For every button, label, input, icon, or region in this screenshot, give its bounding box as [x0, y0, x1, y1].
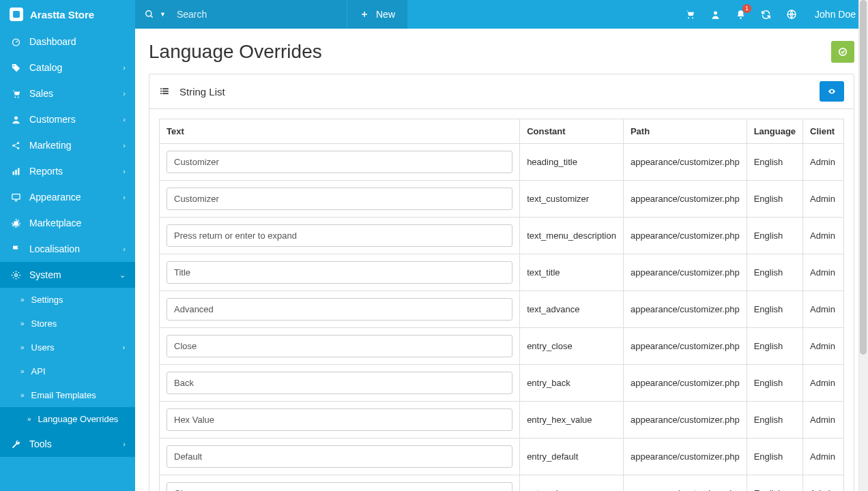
- username[interactable]: John Doe: [815, 9, 856, 20]
- cell-language: English: [747, 181, 802, 218]
- table-row: entry_default appearance/customizer.php …: [160, 438, 844, 475]
- sidebar-item-catalog[interactable]: Catalog›: [0, 55, 135, 80]
- subitem-label: Stores: [31, 318, 57, 329]
- th-client: Client: [803, 119, 844, 144]
- search-icon[interactable]: [145, 10, 154, 19]
- text-input[interactable]: [167, 188, 512, 210]
- cell-constant: heading_title: [520, 144, 624, 181]
- svg-rect-22: [160, 88, 162, 89]
- overrides-table: Text Constant Path Language Client headi…: [159, 119, 844, 491]
- search-dropdown-caret-icon[interactable]: ▼: [160, 11, 166, 18]
- sidebar-item-label: Tools: [29, 438, 52, 449]
- sidebar-item-system[interactable]: System⌄: [0, 262, 135, 288]
- tags-icon: [10, 63, 21, 73]
- sidebar-item-label: Customers: [29, 114, 76, 125]
- svg-line-15: [151, 16, 153, 18]
- svg-point-19: [740, 17, 742, 19]
- svg-rect-8: [12, 171, 14, 175]
- svg-point-5: [12, 144, 14, 146]
- sidebar: Arastta Store DashboardCatalog›Sales›Cus…: [0, 0, 135, 491]
- subitem-settings[interactable]: »Settings: [0, 288, 135, 312]
- svg-point-17: [692, 17, 693, 18]
- th-constant: Constant: [520, 119, 624, 144]
- chevron-right-icon: ›: [123, 193, 126, 201]
- notifications-icon[interactable]: 1: [736, 10, 746, 20]
- chevron-right-icon: ›: [123, 141, 126, 149]
- chevron-right-icon: ›: [123, 440, 126, 448]
- cell-client: Admin: [803, 402, 844, 438]
- panel-header: String List: [149, 74, 854, 109]
- text-input[interactable]: [167, 298, 512, 321]
- subitem-language-overrides[interactable]: »Language Overrides: [0, 407, 135, 431]
- svg-rect-26: [160, 93, 162, 94]
- chevron-right-icon: ›: [123, 63, 126, 72]
- new-button[interactable]: ＋ New: [347, 0, 407, 29]
- cell-path: appearance/customizer.php: [623, 328, 747, 365]
- text-input[interactable]: [167, 408, 512, 431]
- svg-point-1: [13, 65, 14, 66]
- text-input[interactable]: [167, 335, 512, 357]
- cell-constant: entry_hex_value: [520, 402, 624, 438]
- sidebar-item-label: Marketplace: [29, 218, 81, 228]
- refresh-icon[interactable]: [761, 10, 771, 20]
- globe-icon[interactable]: [786, 9, 797, 20]
- svg-rect-25: [162, 91, 169, 92]
- cell-client: Admin: [803, 144, 844, 181]
- subitem-email-templates[interactable]: »Email Templates: [0, 383, 135, 407]
- table-row: text_customizer appearance/customizer.ph…: [160, 181, 844, 218]
- system-submenu: »Settings»Stores»Users›»API»Email Templa…: [0, 288, 135, 431]
- sidebar-item-appearance[interactable]: Appearance›: [0, 184, 135, 210]
- flag-icon: [10, 244, 21, 254]
- sidebar-item-label: Reports: [29, 166, 63, 177]
- text-input[interactable]: [167, 482, 512, 491]
- subitem-label: Email Templates: [31, 390, 96, 400]
- sidebar-item-sales[interactable]: Sales›: [0, 80, 135, 106]
- cell-constant: entry_default: [520, 438, 624, 475]
- text-input[interactable]: [167, 261, 512, 284]
- svg-point-18: [714, 11, 717, 14]
- cell-language: English: [747, 475, 802, 492]
- text-input[interactable]: [167, 224, 512, 247]
- subitem-users[interactable]: »Users›: [0, 336, 135, 359]
- svg-point-14: [146, 11, 151, 16]
- table-row: entry_hex_value appearance/customizer.ph…: [160, 402, 844, 438]
- table-row: entry_close appearance/customizer.php En…: [160, 328, 844, 365]
- wrench-icon: [10, 439, 21, 449]
- cell-language: English: [747, 402, 802, 438]
- chevron-right-icon: ›: [123, 115, 126, 123]
- desktop-icon: [10, 192, 21, 203]
- sidebar-item-dashboard[interactable]: Dashboard: [0, 29, 135, 55]
- cell-language: English: [747, 328, 802, 365]
- chevron-right-icon: ›: [123, 344, 125, 351]
- share-icon: [10, 140, 21, 151]
- cell-path: appearance/customizer.php: [623, 365, 747, 402]
- text-input[interactable]: [167, 372, 512, 394]
- cell-language: English: [747, 291, 802, 328]
- cell-path: appearance/customizer.php: [623, 218, 747, 254]
- chevron-down-icon: ⌄: [119, 271, 126, 280]
- subitem-api[interactable]: »API: [0, 359, 135, 383]
- sidebar-item-reports[interactable]: Reports›: [0, 158, 135, 184]
- cell-constant: entry_clear: [520, 475, 624, 492]
- double-chevron-icon: »: [27, 415, 31, 423]
- subitem-stores[interactable]: »Stores: [0, 312, 135, 336]
- sidebar-item-customers[interactable]: Customers›: [0, 106, 135, 132]
- view-toggle-button[interactable]: [820, 81, 844, 102]
- string-list-panel: String List Text Constant Path La: [149, 74, 854, 491]
- text-input[interactable]: [167, 445, 512, 468]
- user-icon[interactable]: [710, 10, 721, 20]
- cell-language: English: [747, 438, 802, 475]
- double-chevron-icon: »: [20, 320, 25, 327]
- cell-client: Admin: [803, 254, 844, 291]
- text-input[interactable]: [167, 151, 512, 173]
- apply-button[interactable]: [831, 41, 854, 63]
- cart-icon[interactable]: [684, 9, 695, 20]
- sidebar-item-marketing[interactable]: Marketing›: [0, 132, 135, 158]
- sidebar-item-localisation[interactable]: Localisation›: [0, 236, 135, 262]
- sidebar-item-tools[interactable]: Tools›: [0, 431, 135, 457]
- table-row: entry_back appearance/customizer.php Eng…: [160, 365, 844, 402]
- sidebar-item-marketplace[interactable]: Marketplace: [0, 210, 135, 236]
- search-input[interactable]: [177, 9, 337, 20]
- cell-path: appearance/customizer.php: [623, 475, 747, 492]
- brand[interactable]: Arastta Store: [0, 0, 135, 29]
